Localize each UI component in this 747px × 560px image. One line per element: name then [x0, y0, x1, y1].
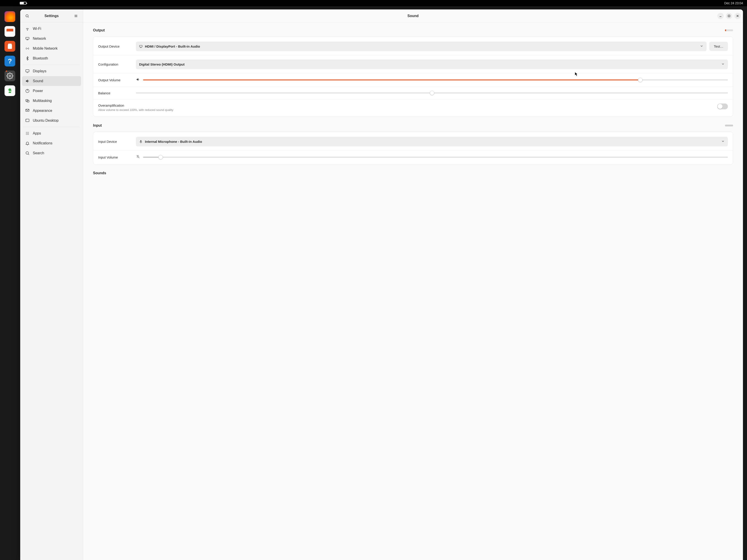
- chevron-down-icon: [700, 44, 703, 49]
- output-volume-slider[interactable]: [143, 78, 728, 82]
- sounds-heading: Sounds: [93, 171, 733, 175]
- output-level-indicator: [725, 29, 733, 31]
- overamp-toggle[interactable]: [717, 104, 728, 109]
- svg-rect-38: [140, 140, 141, 142]
- sidebar-label: Appearance: [33, 109, 52, 113]
- chevron-down-icon: [721, 139, 725, 144]
- sidebar-item-displays[interactable]: Displays: [22, 66, 81, 76]
- menu-button[interactable]: [72, 12, 80, 20]
- sidebar-item-bluetooth[interactable]: Bluetooth: [22, 53, 81, 63]
- overamp-subtitle: Allow volume to exceed 100%, with reduce…: [98, 108, 713, 112]
- svg-point-19: [26, 120, 27, 120]
- sidebar: Settings Wi-Fi Network Mobile Network Bl…: [20, 9, 83, 560]
- apps-icon: [25, 131, 30, 136]
- search-icon: [25, 151, 30, 155]
- sidebar-label: Power: [33, 89, 43, 93]
- displays-icon: [25, 69, 30, 74]
- svg-rect-7: [26, 37, 29, 39]
- appearance-icon: [25, 108, 30, 113]
- configuration-label: Configuration: [98, 62, 132, 66]
- search-icon: [25, 14, 29, 18]
- svg-point-26: [26, 134, 27, 135]
- minimize-button[interactable]: [717, 13, 724, 19]
- hamburger-icon: [74, 14, 78, 18]
- sidebar-item-sound[interactable]: Sound: [22, 76, 81, 86]
- sidebar-list: Wi-Fi Network Mobile Network Bluetooth D…: [20, 23, 83, 560]
- sidebar-item-network[interactable]: Network: [22, 34, 81, 44]
- svg-point-27: [27, 134, 28, 135]
- main-panel: Sound Output Output Device: [83, 9, 743, 560]
- output-device-dropdown[interactable]: HDMI / DisplayPort - Built-in Audio: [136, 42, 706, 51]
- svg-point-25: [28, 133, 29, 134]
- balance-slider[interactable]: [136, 91, 728, 95]
- svg-line-2: [28, 17, 28, 17]
- dock-active-indicator: [6, 71, 7, 72]
- microphone-muted-icon: [136, 155, 140, 160]
- sidebar-item-apps[interactable]: Apps: [22, 128, 81, 138]
- page-title: Sound: [408, 14, 419, 18]
- sidebar-label: Apps: [33, 131, 41, 135]
- power-icon: [25, 89, 30, 93]
- svg-point-10: [27, 48, 28, 49]
- search-button[interactable]: [23, 12, 31, 20]
- output-device-value: HDMI / DisplayPort - Built-in Audio: [145, 45, 200, 48]
- svg-point-1: [26, 15, 28, 17]
- multitasking-icon: [25, 99, 30, 103]
- sidebar-label: Ubuntu Desktop: [33, 118, 59, 123]
- dock-files[interactable]: [4, 26, 15, 37]
- configuration-dropdown[interactable]: Digital Stereo (HDMI) Output: [136, 59, 728, 69]
- clock: Dec 24 23:04: [724, 1, 743, 5]
- sidebar-item-notifications[interactable]: Notifications: [22, 138, 81, 148]
- cellular-icon: [25, 46, 30, 51]
- sidebar-item-appearance[interactable]: Appearance: [22, 106, 81, 116]
- close-button[interactable]: [735, 13, 741, 19]
- dock-trash[interactable]: [4, 85, 15, 96]
- input-section-head: Input: [93, 124, 733, 128]
- svg-point-21: [27, 132, 28, 133]
- wifi-icon: [25, 26, 30, 31]
- configuration-row: Configuration Digital Stereo (HDMI) Outp…: [93, 55, 733, 74]
- overamplification-row: Overamplification Allow volume to exceed…: [93, 100, 733, 116]
- sidebar-item-wifi[interactable]: Wi-Fi: [22, 24, 81, 34]
- dock-firefox[interactable]: [4, 11, 15, 22]
- sidebar-label: Sound: [33, 79, 43, 83]
- sidebar-label: Multitasking: [33, 99, 52, 103]
- sidebar-label: Mobile Network: [33, 47, 57, 51]
- dock-software[interactable]: [4, 41, 15, 52]
- network-icon: [25, 36, 30, 41]
- sidebar-item-multitasking[interactable]: Multitasking: [22, 96, 81, 106]
- sidebar-item-search[interactable]: Search: [22, 148, 81, 158]
- svg-point-6: [27, 30, 28, 30]
- test-button[interactable]: Test…: [709, 42, 728, 51]
- balance-label: Balance: [98, 91, 132, 95]
- speaker-icon: [136, 77, 140, 82]
- dock-help[interactable]: ?: [4, 56, 15, 66]
- maximize-button[interactable]: [726, 13, 732, 19]
- dock: ?: [3, 9, 17, 98]
- sidebar-separator: [23, 127, 80, 127]
- svg-rect-35: [139, 45, 142, 47]
- input-card: Input Device Internal Microphone - Built…: [93, 132, 733, 165]
- sidebar-item-power[interactable]: Power: [22, 86, 81, 96]
- sidebar-item-ubuntu-desktop[interactable]: Ubuntu Desktop: [22, 116, 81, 126]
- dock-settings[interactable]: [4, 71, 15, 81]
- window-controls: [717, 13, 741, 19]
- input-level-indicator: [725, 125, 733, 127]
- svg-point-28: [28, 134, 29, 135]
- svg-line-30: [28, 154, 29, 155]
- microphone-icon: [139, 140, 143, 143]
- input-device-dropdown[interactable]: Internal Microphone - Built-in Audio: [136, 137, 728, 146]
- balance-row: Balance: [93, 87, 733, 100]
- configuration-value: Digital Stereo (HDMI) Output: [139, 62, 185, 66]
- output-card: Output Device HDMI / DisplayPort - Built…: [93, 36, 733, 117]
- input-device-label: Input Device: [98, 140, 132, 143]
- input-heading: Input: [93, 124, 102, 128]
- battery-icon: [20, 2, 27, 4]
- sidebar-label: Bluetooth: [33, 56, 48, 60]
- sidebar-label: Notifications: [33, 141, 52, 145]
- sidebar-label: Network: [33, 36, 46, 41]
- input-volume-slider[interactable]: [143, 155, 728, 159]
- svg-rect-18: [26, 119, 29, 122]
- sidebar-item-mobile-network[interactable]: Mobile Network: [22, 44, 81, 53]
- input-volume-row: Input Volume: [93, 151, 733, 164]
